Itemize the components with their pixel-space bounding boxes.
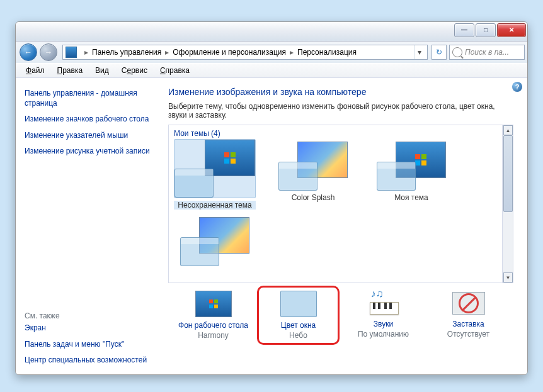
sidebar: Панель управления - домашняя страница Из… bbox=[16, 78, 164, 374]
scroll-up[interactable]: ▲ bbox=[503, 125, 513, 135]
crumb-appearance[interactable]: Оформление и персонализация bbox=[173, 48, 286, 57]
menu-tools[interactable]: Сервис bbox=[117, 65, 152, 76]
search-icon bbox=[452, 47, 462, 57]
minimize-button[interactable]: — bbox=[454, 23, 474, 37]
side-display[interactable]: Экран bbox=[25, 320, 158, 337]
opt-sounds[interactable]: Звуки По умолчанию bbox=[343, 288, 423, 342]
search-input[interactable]: Поиск в па... bbox=[449, 45, 525, 60]
side-account-pic[interactable]: Изменение рисунка учетной записи bbox=[25, 143, 158, 160]
back-button[interactable]: ← bbox=[20, 43, 37, 61]
menu-view[interactable]: Вид bbox=[90, 65, 114, 76]
menu-bar: Файл Правка Вид Сервис Справка bbox=[16, 63, 527, 78]
theme-unsaved[interactable]: Несохраненная тема bbox=[174, 142, 256, 210]
options-row: Фон рабочего стола Harmony Цвет окна Неб… bbox=[168, 283, 513, 342]
forward-button[interactable]: → bbox=[40, 43, 57, 61]
side-taskbar[interactable]: Панель задач и меню "Пуск" bbox=[25, 337, 158, 353]
theme-my[interactable]: Моя тема bbox=[370, 142, 452, 210]
main-panel: ? Изменение изображения и звука на компь… bbox=[164, 78, 527, 374]
breadcrumb[interactable]: ▸ Панель управления ▸ Оформление и персо… bbox=[62, 45, 428, 60]
side-home[interactable]: Панель управления - домашняя страница bbox=[25, 86, 158, 111]
search-placeholder: Поиск в па... bbox=[465, 48, 509, 57]
opt-window-color[interactable]: Цвет окна Небо bbox=[258, 288, 338, 342]
theme-colorsplash[interactable]: Color Splash bbox=[272, 142, 354, 210]
window: — □ ✕ ← → ▸ Панель управления ▸ Оформлен… bbox=[15, 21, 528, 375]
menu-file[interactable]: Файл bbox=[21, 65, 50, 76]
scrollbar[interactable]: ▲ ▼ bbox=[502, 125, 513, 283]
side-pointers[interactable]: Изменение указателей мыши bbox=[25, 128, 158, 144]
crumb-dropdown[interactable]: ▾ bbox=[414, 45, 425, 59]
maximize-button[interactable]: □ bbox=[476, 23, 496, 37]
menu-help[interactable]: Справка bbox=[155, 65, 195, 76]
side-ease[interactable]: Центр специальных возможностей bbox=[25, 352, 158, 369]
refresh-button[interactable]: ↻ bbox=[432, 45, 447, 60]
menu-edit[interactable]: Правка bbox=[52, 65, 88, 76]
scroll-thumb[interactable] bbox=[503, 135, 513, 212]
close-button[interactable]: ✕ bbox=[497, 23, 526, 37]
titlebar: — □ ✕ bbox=[16, 22, 527, 42]
scroll-down[interactable]: ▼ bbox=[503, 272, 513, 283]
page-desc: Выберите тему, чтобы одновременно измени… bbox=[168, 102, 513, 120]
side-desktop-icons[interactable]: Изменение значков рабочего стола bbox=[25, 111, 158, 128]
theme-4[interactable] bbox=[174, 217, 256, 269]
page-title: Изменение изображения и звука на компьют… bbox=[168, 87, 513, 97]
opt-background[interactable]: Фон рабочего стола Harmony bbox=[173, 288, 253, 342]
control-panel-icon bbox=[66, 47, 77, 58]
see-also-label: См. также bbox=[25, 305, 158, 320]
crumb-cp[interactable]: Панель управления bbox=[92, 48, 161, 57]
help-icon[interactable]: ? bbox=[512, 82, 522, 92]
nav-row: ← → ▸ Панель управления ▸ Оформление и п… bbox=[16, 42, 527, 63]
opt-screensaver[interactable]: Заставка Отсутствует bbox=[428, 288, 508, 342]
themes-box: Мои темы (4) Несохраненная тема Color Sp… bbox=[168, 125, 513, 283]
crumb-personalization[interactable]: Персонализация bbox=[297, 48, 357, 57]
